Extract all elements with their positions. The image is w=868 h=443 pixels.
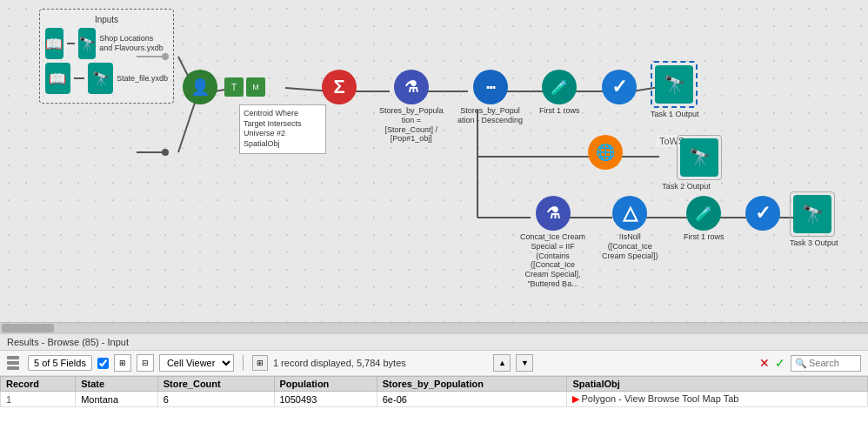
inputs-box: Inputs 📖 🔭 Shop Locations and Flavours.y… [39, 9, 174, 104]
fields-icon-btn-1[interactable]: ⊞ [114, 354, 131, 372]
grid-icon[interactable]: ⊞ [252, 355, 268, 371]
fields-checkbox[interactable] [97, 358, 109, 369]
canvas-scrollbar[interactable] [0, 322, 868, 332]
table-row: 1 Montana 6 1050493 6e-06 ▶Polygon - Vie… [1, 392, 868, 407]
col-header-stores-by-pop[interactable]: Stores_by_Population [377, 377, 567, 392]
check-node-2[interactable]: ✓ [745, 196, 780, 231]
sigma-node[interactable]: Σ [322, 70, 357, 104]
cell-record: 1 [1, 392, 76, 407]
results-toolbar: 5 of 5 Fields ⊞ ⊟ Cell Viewer ⊞ 1 record… [0, 351, 868, 376]
left-panel-icons [7, 356, 19, 370]
task1-label: Task 1 Output [651, 110, 699, 119]
dots-label: Stores_by_Population - Descending [457, 106, 523, 125]
tubes-node-1[interactable]: 🧪 First 1 rows [539, 70, 580, 116]
col-header-record[interactable]: Record [1, 377, 76, 392]
svg-line-1 [178, 100, 196, 152]
fields-icon-btn-2[interactable]: ⊟ [137, 354, 154, 372]
results-table: Record State Store_Count Population Stor… [0, 376, 868, 407]
results-title: Results - Browse (85) - Input [7, 337, 129, 347]
input-row-1: 📖 🔭 Shop Locations and Flavours.yxdb [45, 28, 168, 59]
col-header-store-count[interactable]: Store_Count [157, 377, 274, 392]
close-btn[interactable]: ✕ [759, 356, 770, 370]
book-icon-2: 📖 [45, 63, 70, 94]
task3-label: Task 3 Output [790, 238, 838, 248]
col-header-population[interactable]: Population [274, 377, 377, 392]
flask1-label: Stores_by_Population =[Store_Count] /[Po… [379, 106, 444, 144]
nav-up-btn[interactable]: ▲ [493, 354, 511, 372]
cell-stores-by-pop: 6e-06 [377, 392, 567, 407]
person-node[interactable]: 👤 [183, 70, 217, 104]
results-table-container: Record State Store_Count Population Stor… [0, 376, 868, 443]
flask2-label: Concat_Ice CreamSpecial = IIF(Contains([… [520, 232, 585, 289]
col-header-spatialobj[interactable]: SpatialObj [567, 377, 868, 392]
cell-spatial: ▶Polygon - View Browse Tool Map Tab [567, 392, 868, 407]
apply-btn[interactable]: ✓ [775, 356, 785, 370]
task2-output-node[interactable]: 🔭 Task 2 Output [651, 135, 722, 191]
inputs-title: Inputs [45, 15, 168, 24]
warning-icon: ▶ [572, 393, 579, 404]
tubes-node-2[interactable]: 🧪 First 1 rows [684, 196, 724, 242]
record-info: 1 record displayed, 5,784 bytes [273, 358, 489, 368]
input-label-2: State_file.yxdb [117, 74, 168, 84]
binoculars-icon-2: 🔭 [88, 63, 113, 94]
book-icon-1: 📖 [45, 28, 63, 59]
globe-node[interactable]: 🌐 [588, 135, 623, 170]
results-panel: Results - Browse (85) - Input 5 of 5 Fie… [0, 332, 868, 443]
search-container[interactable]: 🔍 [791, 355, 861, 372]
centroid-label: Centroid WhereTarget IntersectsUniverse … [239, 104, 326, 154]
svg-point-21 [162, 149, 169, 156]
task1-output-node[interactable]: 🔭 Task 1 Output [651, 61, 699, 119]
workflow-canvas[interactable]: Inputs 📖 🔭 Shop Locations and Flavours.y… [0, 0, 868, 322]
triangle-label: !IsNull([Concat_IceCream Special]) [602, 232, 658, 260]
cell-state: Montana [76, 392, 158, 407]
viewer-select[interactable]: Cell Viewer [159, 354, 234, 372]
flask-node-2[interactable]: ⚗ Concat_Ice CreamSpecial = IIF(Contains… [520, 196, 585, 289]
tubes1-label: First 1 rows [539, 106, 580, 116]
nav-down-btn[interactable]: ▼ [516, 354, 533, 372]
t-node[interactable]: T [224, 77, 244, 97]
col-header-state[interactable]: State [76, 377, 158, 392]
task2-label: Task 2 Output [651, 182, 722, 191]
results-header: Results - Browse (85) - Input [0, 334, 868, 351]
search-icon: 🔍 [795, 358, 807, 369]
input-label-1: Shop Locations and Flavours.yxdb [99, 34, 168, 53]
tubes2-label: First 1 rows [684, 232, 724, 242]
cell-store-count: 6 [157, 392, 274, 407]
task3-output-node[interactable]: 🔭 Task 3 Output [790, 191, 838, 248]
binoculars-icon-1: 🔭 [78, 28, 97, 59]
dots-node[interactable]: ··· Stores_by_Population - Descending [457, 70, 523, 125]
search-input[interactable] [809, 358, 857, 368]
flask-node-1[interactable]: ⚗ Stores_by_Population =[Store_Count] /[… [379, 70, 444, 144]
scrollbar-thumb[interactable] [2, 324, 54, 332]
triangle-node[interactable]: △ !IsNull([Concat_IceCream Special]) [602, 196, 658, 260]
check-node-1[interactable]: ✓ [602, 70, 637, 104]
cell-population: 1050493 [274, 392, 377, 407]
input-row-2: 📖 🔭 State_file.yxdb [45, 63, 168, 94]
field-count: 5 of 5 Fields [28, 355, 92, 371]
m-node[interactable]: M [246, 77, 265, 97]
